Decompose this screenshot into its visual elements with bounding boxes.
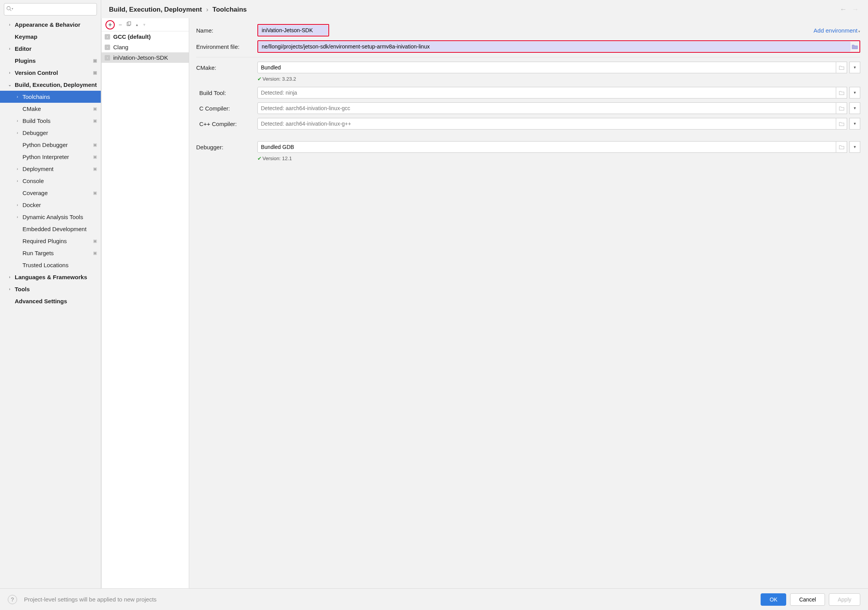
sidebar-item-label: Appearance & Behavior — [15, 21, 98, 28]
sidebar-item-docker[interactable]: ›Docker — [0, 199, 101, 211]
name-input[interactable] — [259, 25, 328, 35]
chevron-icon: › — [8, 71, 12, 75]
build-tool-browse-button[interactable] — [836, 87, 847, 98]
sidebar-item-label: Python Interpreter — [22, 154, 98, 160]
sidebar-item-required-plugins[interactable]: Required Plugins▣ — [0, 235, 101, 247]
toolchain-item-gcc-default[interactable]: ›GCC (default) — [102, 31, 189, 42]
sidebar-item-version-control[interactable]: ›Version Control▣ — [0, 67, 101, 79]
sidebar-item-trusted-locations[interactable]: Trusted Locations — [0, 259, 101, 271]
debugger-version-note: ✔Version: 12.1 — [196, 155, 860, 164]
cmake-browse-button[interactable] — [836, 62, 847, 73]
sidebar-item-build-execution-deployment[interactable]: ⌄Build, Execution, Deployment — [0, 79, 101, 91]
c-compiler-input[interactable] — [257, 102, 836, 114]
sidebar-item-label: Run Targets — [22, 250, 98, 256]
sidebar-item-toolchains[interactable]: ›Toolchains — [0, 91, 101, 103]
sidebar-item-embedded-development[interactable]: Embedded Development — [0, 223, 101, 235]
breadcrumb: Build, Execution, Deployment › Toolchain… — [109, 6, 838, 14]
sidebar-item-dynamic-analysis-tools[interactable]: ›Dynamic Analysis Tools — [0, 211, 101, 223]
breadcrumb-group: Build, Execution, Deployment — [109, 6, 202, 13]
chevron-icon: ⌄ — [8, 83, 12, 87]
env-file-input[interactable] — [259, 41, 851, 52]
toolchain-icon: › — [105, 34, 110, 40]
c-compiler-label: C Compiler: — [196, 105, 257, 112]
sidebar-item-label: Console — [22, 178, 98, 184]
sidebar-item-appearance-behavior[interactable]: ›Appearance & Behavior — [0, 19, 101, 31]
add-environment-link[interactable]: Add environment▾ — [814, 27, 860, 34]
toolchain-item-clang[interactable]: ›Clang — [102, 42, 189, 52]
build-tool-input[interactable] — [257, 87, 836, 98]
toolchain-item-label: GCC (default) — [113, 33, 151, 40]
sidebar-item-languages-frameworks[interactable]: ›Languages & Frameworks — [0, 271, 101, 283]
nav-forward-icon[interactable]: → — [850, 5, 860, 13]
debugger-dropdown-button[interactable]: ▼ — [849, 141, 860, 153]
svg-point-0 — [7, 7, 10, 10]
build-tool-dropdown-button[interactable]: ▼ — [849, 87, 860, 98]
search-dropdown-icon[interactable]: ▾ — [12, 7, 13, 10]
sidebar-item-python-debugger[interactable]: Python Debugger▣ — [0, 139, 101, 151]
sidebar-item-editor[interactable]: ›Editor — [0, 43, 101, 55]
cancel-button[interactable]: Cancel — [790, 593, 825, 606]
sidebar-item-label: Debugger — [22, 130, 98, 136]
sidebar-item-keymap[interactable]: Keymap — [0, 31, 101, 43]
cmake-input[interactable] — [257, 62, 836, 73]
add-toolchain-button[interactable]: + — [105, 20, 115, 29]
toolchain-item-label: Clang — [113, 44, 128, 50]
sidebar-item-label: Deployment — [22, 166, 98, 172]
svg-rect-3 — [128, 22, 131, 25]
ok-button[interactable]: OK — [761, 593, 786, 606]
sidebar-item-python-interpreter[interactable]: Python Interpreter▣ — [0, 151, 101, 163]
project-scope-icon: ▣ — [93, 58, 97, 63]
debugger-browse-button[interactable] — [836, 141, 847, 153]
dialog-footer: ? Project-level settings will be applied… — [0, 588, 868, 610]
project-scope-icon: ▣ — [93, 190, 97, 195]
move-down-button[interactable]: ▼ — [143, 23, 146, 27]
help-button[interactable]: ? — [8, 595, 17, 604]
sidebar-item-build-tools[interactable]: ›Build Tools▣ — [0, 115, 101, 127]
sidebar-item-coverage[interactable]: Coverage▣ — [0, 187, 101, 199]
sidebar-item-label: Tools — [15, 286, 98, 292]
chevron-icon: › — [16, 119, 19, 123]
sidebar-item-label: Dynamic Analysis Tools — [22, 214, 98, 220]
cxx-compiler-dropdown-button[interactable]: ▼ — [849, 118, 860, 130]
cxx-compiler-browse-button[interactable] — [836, 118, 847, 130]
sidebar-item-tools[interactable]: ›Tools — [0, 283, 101, 295]
env-file-label: Environment file: — [196, 43, 257, 50]
sidebar-item-debugger[interactable]: ›Debugger — [0, 127, 101, 139]
sidebar-item-deployment[interactable]: ›Deployment▣ — [0, 163, 101, 175]
move-up-button[interactable]: ▲ — [135, 23, 139, 27]
sidebar-item-label: Build Tools — [22, 118, 98, 124]
sidebar-item-plugins[interactable]: Plugins▣ — [0, 55, 101, 67]
c-compiler-browse-button[interactable] — [836, 102, 847, 114]
sidebar-item-console[interactable]: ›Console — [0, 175, 101, 187]
settings-search-input[interactable] — [4, 3, 97, 16]
project-scope-icon: ▣ — [93, 238, 97, 244]
cmake-dropdown-button[interactable]: ▼ — [849, 62, 860, 73]
settings-sidebar: ▾ ›Appearance & BehaviorKeymap›EditorPlu… — [0, 0, 101, 588]
nav-back-icon[interactable]: ← — [838, 5, 848, 13]
cmake-version-note: ✔Version: 3.23.2 — [196, 75, 860, 85]
settings-search: ▾ — [4, 3, 97, 16]
debugger-input[interactable] — [257, 141, 836, 153]
project-scope-icon: ▣ — [93, 106, 97, 111]
remove-toolchain-button[interactable]: − — [119, 21, 122, 28]
sidebar-item-label: Coverage — [22, 190, 98, 196]
copy-toolchain-button[interactable] — [126, 21, 131, 28]
sidebar-item-label: Docker — [22, 202, 98, 208]
sidebar-item-label: Editor — [15, 45, 98, 52]
sidebar-item-run-targets[interactable]: Run Targets▣ — [0, 247, 101, 259]
project-scope-icon: ▣ — [93, 166, 97, 171]
c-compiler-dropdown-button[interactable]: ▼ — [849, 102, 860, 114]
sidebar-item-advanced-settings[interactable]: Advanced Settings — [0, 295, 101, 307]
sidebar-item-label: Toolchains — [22, 93, 98, 100]
name-label: Name: — [196, 27, 257, 34]
cxx-compiler-input[interactable] — [257, 118, 836, 130]
sidebar-item-cmake[interactable]: CMake▣ — [0, 103, 101, 115]
folder-icon[interactable] — [851, 42, 859, 51]
sidebar-item-label: Keymap — [15, 33, 98, 40]
apply-button[interactable]: Apply — [829, 593, 860, 606]
search-icon — [6, 6, 12, 12]
breadcrumb-page: Toolchains — [212, 6, 247, 13]
toolchain-item-inivation-jetson-sdk[interactable]: ›iniVation-Jetson-SDK — [102, 52, 189, 63]
sidebar-item-label: Required Plugins — [22, 238, 98, 244]
cxx-compiler-label: C++ Compiler: — [196, 121, 257, 127]
